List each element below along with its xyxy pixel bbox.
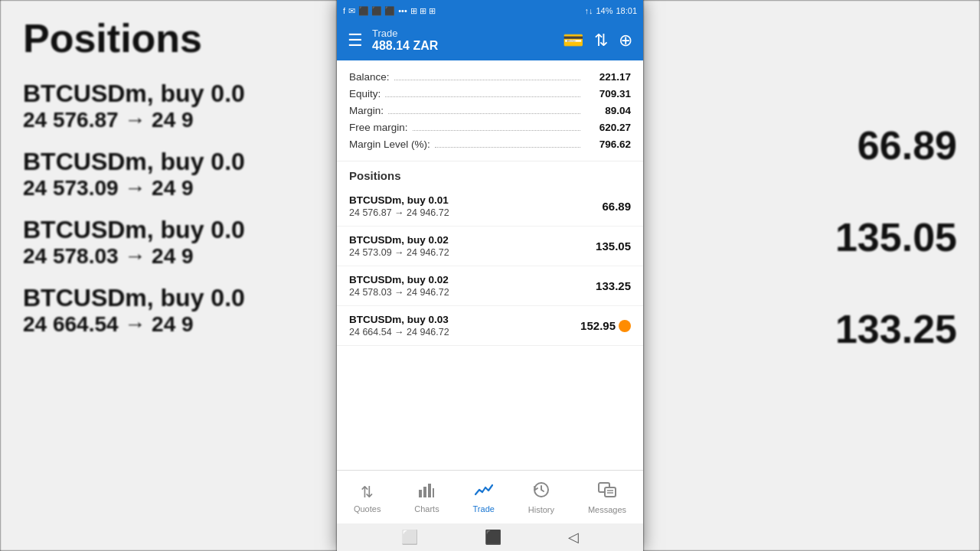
equity-row: Equity: 709.31 (349, 88, 631, 99)
position-info-1: BTCUSDm, buy 0.02 24 573.09 → 24 946.72 (349, 234, 449, 258)
position-pnl-0: 66.89 (602, 200, 631, 213)
history-label: History (528, 505, 554, 514)
hamburger-icon[interactable]: ☰ (348, 31, 363, 51)
svg-rect-1 (423, 487, 426, 497)
charts-label: Charts (414, 504, 439, 514)
card-icon[interactable]: 💳 (563, 31, 583, 51)
margin-level-row: Margin Level (%): 796.62 (349, 139, 631, 150)
position-pnl-3: 152.95 (580, 319, 616, 332)
svg-rect-6 (605, 487, 616, 497)
nav-trade[interactable]: Trade (464, 479, 504, 517)
back-btn[interactable]: ◁ (568, 529, 579, 546)
position-pnl-1: 135.05 (596, 240, 631, 253)
position-symbol-2: BTCUSDm, buy 0.02 (349, 274, 449, 285)
balance-row: Balance: 221.17 (349, 71, 631, 83)
margin-label: Margin: (349, 105, 384, 116)
app-balance: 488.14 ZAR (372, 39, 438, 53)
positions-section: Positions BTCUSDm, buy 0.01 24 576.87 → … (337, 161, 643, 470)
position-info-3: BTCUSDm, buy 0.03 24 664.54 → 24 946.72 (349, 314, 449, 337)
nav-quotes[interactable]: ⇅ Quotes (345, 480, 390, 517)
margin-row: Margin: 89.04 (349, 105, 631, 116)
system-nav: ⬜ ⬛ ◁ (337, 523, 643, 551)
home-btn[interactable]: ⬛ (485, 529, 501, 546)
msg-icon: ✉ (348, 6, 355, 16)
position-item-1[interactable]: BTCUSDm, buy 0.02 24 573.09 → 24 946.72 … (337, 227, 643, 266)
bg-row-3: BTCUSDm, buy 0.0 24 578.03 → 24 9 (23, 216, 314, 269)
position-info-0: BTCUSDm, buy 0.01 24 576.87 → 24 946.72 (349, 194, 449, 218)
position-pnl-2: 133.25 (596, 279, 631, 292)
svg-rect-3 (433, 488, 434, 497)
fb-icon: f (343, 6, 345, 15)
balance-value: 221.17 (585, 71, 631, 83)
status-bar: f ✉ ⬛ ⬛ ⬛ ••• ⊞ ⊞ ⊞ ↑↓ 14% 18:01 (337, 0, 643, 21)
equity-value: 709.31 (585, 88, 631, 99)
bg-row-2: BTCUSDm, buy 0.0 24 573.09 → 24 9 (23, 148, 314, 201)
equity-label: Equity: (349, 88, 381, 99)
status-bar-left: f ✉ ⬛ ⬛ ⬛ ••• ⊞ ⊞ ⊞ (343, 6, 436, 16)
position-prices-1: 24 573.09 → 24 946.72 (349, 247, 449, 258)
trade-label: Trade (473, 504, 495, 514)
status-bar-right: ↑↓ 14% 18:01 (584, 6, 637, 15)
history-icon (533, 481, 550, 502)
app-header: ☰ Trade 488.14 ZAR 💳 ⇅ ⊕ (337, 21, 643, 60)
nav-history[interactable]: History (519, 478, 564, 517)
pnl-container-3: 152.95 (580, 319, 631, 332)
header-title-block: Trade 488.14 ZAR (372, 28, 438, 53)
nav-messages[interactable]: Messages (579, 478, 635, 517)
margin-level-label: Margin Level (%): (349, 139, 430, 150)
position-symbol-1: BTCUSDm, buy 0.02 (349, 234, 449, 246)
position-prices-2: 24 578.03 → 24 946.72 (349, 287, 449, 298)
background-left: Positions BTCUSDm, buy 0.0 24 576.87 → 2… (0, 0, 337, 551)
position-item-2[interactable]: BTCUSDm, buy 0.02 24 578.03 → 24 946.72 … (337, 266, 643, 306)
charts-icon (418, 482, 435, 501)
messages-icon (598, 481, 616, 502)
margin-level-dots (435, 147, 580, 148)
signal-strength: ↑↓ (584, 6, 593, 15)
trade-panel: f ✉ ⬛ ⬛ ⬛ ••• ⊞ ⊞ ⊞ ↑↓ 14% 18:01 ☰ Trade… (337, 0, 643, 551)
position-prices-3: 24 664.54 → 24 946.72 (349, 327, 449, 337)
header-actions: 💳 ⇅ ⊕ (563, 31, 632, 51)
clock: 18:01 (616, 6, 637, 15)
position-item-3[interactable]: BTCUSDm, buy 0.03 24 664.54 → 24 946.72 … (337, 306, 643, 346)
bg-title: Positions (23, 15, 314, 61)
bg-row-1: BTCUSDm, buy 0.0 24 576.87 → 24 9 (23, 80, 314, 132)
margin-value: 89.04 (585, 105, 631, 116)
trade-icon (475, 482, 493, 501)
signal-icons: ⊞ ⊞ ⊞ (410, 6, 436, 16)
margin-dots (388, 113, 580, 114)
position-prices-0: 24 576.87 → 24 946.72 (349, 207, 449, 218)
transfer-icon[interactable]: ⇅ (594, 31, 608, 51)
bottom-nav: ⇅ Quotes Charts Trade (337, 470, 643, 523)
free-margin-dots (413, 130, 580, 131)
free-margin-value: 620.27 (585, 122, 631, 133)
account-summary: Balance: 221.17 Equity: 709.31 Margin: 8… (337, 60, 643, 161)
orange-indicator (619, 320, 631, 332)
recent-apps-btn[interactable]: ⬜ (401, 529, 418, 546)
position-item-0[interactable]: BTCUSDm, buy 0.01 24 576.87 → 24 946.72 … (337, 187, 643, 227)
svg-rect-0 (419, 490, 422, 497)
position-symbol-3: BTCUSDm, buy 0.03 (349, 314, 449, 325)
messages-label: Messages (588, 505, 626, 514)
svg-rect-2 (428, 484, 431, 497)
background-right: 66.89 135.05 133.25 (643, 0, 980, 551)
add-icon[interactable]: ⊕ (619, 31, 632, 51)
balance-dots (394, 80, 580, 80)
nav-charts[interactable]: Charts (405, 479, 448, 517)
equity-dots (385, 96, 580, 97)
quotes-icon: ⇅ (361, 483, 374, 501)
header-left: ☰ Trade 488.14 ZAR (348, 28, 438, 53)
position-symbol-0: BTCUSDm, buy 0.01 (349, 194, 449, 206)
margin-level-value: 796.62 (585, 139, 631, 150)
balance-label: Balance: (349, 71, 390, 83)
free-margin-row: Free margin: 620.27 (349, 122, 631, 133)
battery-percent: 14% (596, 6, 612, 15)
free-margin-label: Free margin: (349, 122, 408, 133)
bg-row-4: BTCUSDm, buy 0.0 24 664.54 → 24 9 (23, 284, 314, 337)
app-title: Trade (372, 28, 438, 39)
positions-header: Positions (337, 161, 643, 187)
app-icons: ⬛ ⬛ ⬛ (358, 6, 395, 16)
more-icon: ••• (398, 6, 407, 15)
position-info-2: BTCUSDm, buy 0.02 24 578.03 → 24 946.72 (349, 274, 449, 298)
quotes-label: Quotes (354, 504, 381, 514)
